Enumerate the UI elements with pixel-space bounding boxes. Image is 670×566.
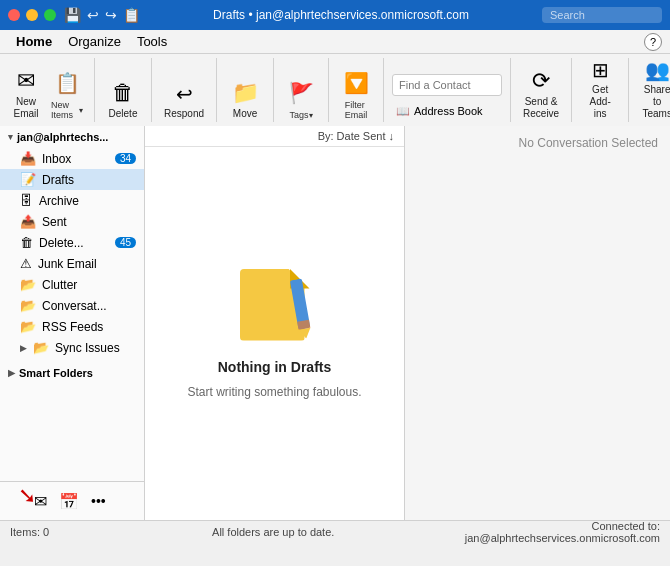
status-bar: Items: 0 All folders are up to date. Con… bbox=[0, 520, 670, 542]
ribbon-group-delete: 🗑 Delete bbox=[103, 58, 152, 122]
address-book-button[interactable]: 📖 Address Book bbox=[392, 100, 502, 122]
inbox-badge: 34 bbox=[115, 153, 136, 164]
share-teams-button[interactable]: 👥 Share toTeams bbox=[637, 64, 670, 122]
account-chevron-icon: ▾ bbox=[8, 132, 13, 142]
drafts-illustration: Nothing in Drafts Start writing somethin… bbox=[187, 269, 361, 399]
teams-icon: 👥 bbox=[645, 58, 670, 82]
items-count: Items: 0 bbox=[10, 526, 134, 538]
sidebar-item-deleted[interactable]: 🗑 Delete... 45 bbox=[0, 232, 144, 253]
move-icon: 📁 bbox=[232, 80, 259, 106]
close-button[interactable] bbox=[8, 9, 20, 21]
addins-label: GetAdd-ins bbox=[584, 84, 616, 120]
search-input[interactable] bbox=[542, 7, 662, 23]
clutter-icon: 📂 bbox=[20, 277, 36, 292]
sidebar-item-clutter[interactable]: 📂 Clutter bbox=[0, 274, 144, 295]
email-list-area: By: Date Sent ↓ Nothing in Drafts bbox=[145, 126, 405, 520]
new-email-button[interactable]: ✉ New Email bbox=[6, 64, 46, 122]
respond-label: Respond bbox=[164, 108, 204, 120]
calendar-nav-icon[interactable]: 📅 bbox=[55, 490, 83, 513]
ribbon-group-respond: ↩ Respond bbox=[160, 58, 217, 122]
undo-icon[interactable]: ↩ bbox=[87, 7, 99, 23]
deleted-label: Delete... bbox=[39, 236, 109, 250]
sidebar-item-inbox[interactable]: 📥 Inbox 34 bbox=[0, 148, 144, 169]
main-layout: ▾ jan@alphrtechs... 📥 Inbox 34 📝 Drafts … bbox=[0, 126, 670, 520]
address-group: 📖 Address Book bbox=[392, 64, 502, 122]
drafts-image bbox=[235, 269, 315, 349]
menu-organize[interactable]: Organize bbox=[60, 32, 129, 51]
red-arrow-indicator: ➘ bbox=[18, 483, 36, 509]
menu-tools[interactable]: Tools bbox=[129, 32, 175, 51]
sync-status: All folders are up to date. bbox=[150, 526, 397, 538]
new-email-icon: ✉ bbox=[17, 68, 35, 94]
addins-icon: ⊞ bbox=[592, 58, 609, 82]
tags-button[interactable]: 🚩 bbox=[282, 78, 320, 108]
sort-control[interactable]: By: Date Sent ↓ bbox=[318, 130, 394, 142]
rss-icon: 📂 bbox=[20, 319, 36, 334]
tags-dropdown[interactable]: Tags ▾ bbox=[282, 108, 320, 122]
find-contact-input[interactable] bbox=[392, 74, 502, 96]
tags-icon: 🚩 bbox=[289, 81, 314, 105]
sidebar-item-junk[interactable]: ⚠ Junk Email bbox=[0, 253, 144, 274]
no-conversation-text: No Conversation Selected bbox=[519, 136, 658, 150]
sidebar-item-sent[interactable]: 📤 Sent bbox=[0, 211, 144, 232]
menu-bar: Home Organize Tools ? bbox=[0, 30, 670, 54]
save-icon[interactable]: 💾 bbox=[64, 7, 81, 23]
sidebar-smart-folders[interactable]: ▶ Smart Folders bbox=[0, 362, 144, 384]
ribbon-group-teams: 👥 Share toTeams bbox=[637, 58, 670, 122]
connection-status: Connected to: jan@alphrtechservices.onmi… bbox=[413, 520, 660, 544]
redo-icon[interactable]: ↪ bbox=[105, 7, 117, 23]
move-button[interactable]: 📁 Move bbox=[225, 64, 265, 122]
respond-icon: ↩ bbox=[176, 82, 193, 106]
sidebar-item-drafts[interactable]: 📝 Drafts bbox=[0, 169, 144, 190]
address-book-icon: 📖 bbox=[396, 105, 410, 118]
filter-email-button[interactable]: 🔽 bbox=[337, 68, 375, 98]
sidebar-item-sync[interactable]: ▶ 📂 Sync Issues bbox=[0, 337, 144, 358]
clutter-label: Clutter bbox=[42, 278, 136, 292]
send-receive-button[interactable]: ⟳ Send &Receive bbox=[519, 64, 563, 122]
rss-label: RSS Feeds bbox=[42, 320, 136, 334]
window-title: Drafts • jan@alphrtechservices.onmicroso… bbox=[140, 8, 542, 22]
more-nav-button[interactable]: ••• bbox=[87, 491, 110, 511]
deleted-badge: 45 bbox=[115, 237, 136, 248]
sidebar-account[interactable]: ▾ jan@alphrtechs... bbox=[0, 126, 144, 148]
ribbon-group-send-receive: ⟳ Send &Receive bbox=[519, 58, 572, 122]
sort-label: By: Date Sent bbox=[318, 130, 386, 142]
sidebar-item-archive[interactable]: 🗄 Archive bbox=[0, 190, 144, 211]
sidebar-item-conversations[interactable]: 📂 Conversat... bbox=[0, 295, 144, 316]
drafts-label: Drafts bbox=[42, 173, 136, 187]
ribbon-group-find: 📖 Address Book bbox=[392, 58, 511, 122]
new-items-icon: 📋 bbox=[55, 71, 80, 95]
customize-icon[interactable]: 📋 bbox=[123, 7, 140, 23]
menu-home[interactable]: Home bbox=[8, 32, 60, 51]
sort-direction: ↓ bbox=[389, 130, 395, 142]
sidebar-item-rss[interactable]: 📂 RSS Feeds bbox=[0, 316, 144, 337]
new-items-button[interactable]: 📋 bbox=[48, 68, 86, 98]
new-items-dropdown[interactable]: New Items ▾ bbox=[48, 98, 86, 122]
filter-icon: 🔽 bbox=[344, 71, 369, 95]
respond-button[interactable]: ↩ Respond bbox=[160, 64, 208, 122]
drafts-icon: 📝 bbox=[20, 172, 36, 187]
sync-icon: 📂 bbox=[33, 340, 49, 355]
ribbon-group-move: 📁 Move bbox=[225, 58, 274, 122]
deleted-icon: 🗑 bbox=[20, 235, 33, 250]
delete-button[interactable]: 🗑 Delete bbox=[103, 64, 143, 122]
drafts-empty-title: Nothing in Drafts bbox=[218, 359, 332, 375]
email-list-header: By: Date Sent ↓ bbox=[145, 126, 404, 147]
email-list-content: Nothing in Drafts Start writing somethin… bbox=[145, 147, 404, 520]
inbox-label: Inbox bbox=[42, 152, 109, 166]
archive-label: Archive bbox=[39, 194, 136, 208]
help-button[interactable]: ? bbox=[644, 33, 662, 51]
ribbon-group-new: ✉ New Email 📋 New Items ▾ bbox=[6, 58, 95, 122]
smart-folders-label: Smart Folders bbox=[19, 367, 93, 379]
drafts-empty-subtitle: Start writing something fabulous. bbox=[187, 385, 361, 399]
delete-label: Delete bbox=[109, 108, 138, 120]
archive-icon: 🗄 bbox=[20, 193, 33, 208]
sidebar-bottom-nav: ➘ ✉ 📅 ••• bbox=[0, 481, 144, 520]
filter-email-dropdown[interactable]: FilterEmail bbox=[337, 98, 375, 122]
sync-label: Sync Issues bbox=[55, 341, 136, 355]
maximize-button[interactable] bbox=[44, 9, 56, 21]
sync-expand-icon: ▶ bbox=[20, 343, 27, 353]
send-receive-label: Send &Receive bbox=[523, 96, 559, 120]
get-addins-button[interactable]: ⊞ GetAdd-ins bbox=[580, 64, 620, 122]
minimize-button[interactable] bbox=[26, 9, 38, 21]
